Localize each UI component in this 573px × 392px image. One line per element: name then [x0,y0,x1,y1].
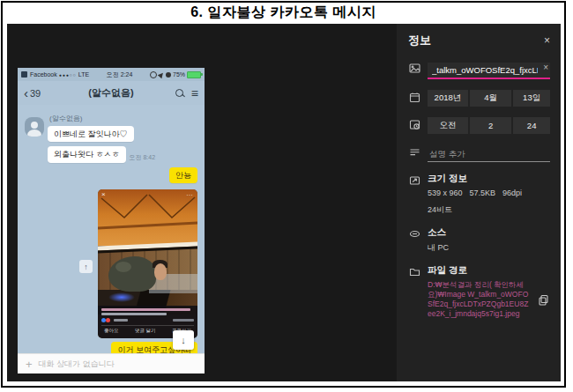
kakaotalk-screenshot-image: Facebook ●●●○○ LTE 오전 2:24 75% ‹ 39 [18,68,205,374]
source-value: 내 PC [428,242,550,254]
network-label: LTE [78,71,89,78]
person-face [154,263,167,280]
caption-line [101,313,167,315]
close-panel-button[interactable]: × [544,34,550,47]
file-size: 57.5KB [470,189,496,197]
more-icon: … [186,189,194,197]
time-picker: 오전 2 24 [428,117,550,134]
time-minute-segment[interactable]: 24 [513,117,550,134]
signal-dots-icon: ●●●○○ [59,72,77,78]
clear-filename-icon[interactable]: × [543,63,548,72]
report-frame: 6. 일자불상 카카오톡 메시지 Facebook ●●●○○ LTE 오전 2… [1,1,566,388]
copy-path-button[interactable] [538,280,550,319]
photo-message: ↑ × … [98,189,197,338]
love-reaction-icon [106,318,110,322]
chat-input-placeholder: 대화 상대가 없습니다 [39,359,115,370]
message-timestamp: 오전 8:42 [130,153,156,163]
color-depth: 24비트 [428,204,452,216]
message-bubble: 이쁘네로 잘잇나아♡ [48,126,134,142]
size-section-label: 크기 정보 [428,173,550,185]
blue-light [108,292,135,302]
status-app-label: Facebook [30,71,57,78]
rotation-lock-icon [150,71,157,78]
description-input[interactable] [428,146,550,162]
ceiling-beams [98,189,197,246]
location-arrow-icon [158,70,165,78]
description-icon [408,144,420,162]
time-meridiem-segment[interactable]: 오전 [428,117,468,134]
date-picker: 2018년 4월 13일 [428,90,550,107]
date-year-segment[interactable]: 2018년 [428,90,468,107]
message-bubble: 외출나왓다 ㅎㅅㅎ [48,146,126,162]
unread-count: 39 [30,88,41,99]
source-icon [408,226,420,254]
facebook-post-photo: × … [98,189,197,338]
clock-icon [408,117,420,134]
menu-icon: ≡ [191,87,198,100]
do-not-disturb-icon [166,72,171,78]
photo-ceiling [98,189,197,246]
path-section-label: 파일 경로 [428,264,550,277]
scroll-to-bottom-button: ↓ [173,330,194,350]
close-icon: × [101,190,106,198]
date-month-segment[interactable]: 4월 [470,90,511,107]
page-title: 6. 일자불상 카카오톡 메시지 [3,3,564,23]
image-dpi: 96dpi [502,189,522,197]
sender-name: (알수없음) [49,114,82,123]
back-chevron-icon: ‹ [24,86,28,100]
battery-icon [187,71,201,78]
date-day-segment[interactable]: 13일 [513,90,550,107]
filename-input[interactable] [428,63,550,79]
status-clock: 오전 2:24 [107,70,133,79]
phone-status-bar: Facebook ●●●○○ LTE 오전 2:24 75% [18,68,205,81]
info-panel-title: 정보 [408,33,431,48]
battery-percent: 75% [173,71,185,78]
info-panel: 정보 × × 2018년 4월 13일 [397,24,561,381]
person-figure [108,256,156,292]
search-icon [175,89,183,97]
chat-area: (알수없음) 이쁘네로 잘잇나아♡ 외출나왓다 ㅎㅅㅎ 오전 8:42 안뇽 [18,105,205,353]
size-info-icon [408,173,420,216]
photos-app-window: Facebook ●●●○○ LTE 오전 2:24 75% ‹ 39 [7,24,561,381]
attach-plus-icon: + [26,359,33,370]
avatar [25,117,44,137]
source-section-label: 소스 [428,226,550,239]
caption-line [101,308,190,311]
folder-icon [408,264,420,319]
reaction-count [114,319,128,322]
share-icon: ↑ [79,260,93,273]
back-button: ‹ 39 [24,86,41,100]
fb-comment-button: 댓글 달기 [135,328,156,334]
chat-input-bar: + 대화 상대가 없습니다 [18,353,205,374]
message-bubble: 안뇽 [169,167,197,183]
comment-count [173,319,194,322]
photo-viewer-canvas: Facebook ●●●○○ LTE 오전 2:24 75% ‹ 39 [7,24,397,381]
image-icon [408,61,420,79]
chat-nav-bar: ‹ 39 (알수없음) ≡ [18,81,205,105]
file-path-link[interactable]: D:₩분석결과 정리( 확인하세요)₩Image W_talkm_oWOFOSf… [428,280,532,319]
calendar-icon [408,90,420,107]
time-hour-segment[interactable]: 2 [470,117,511,134]
fb-like-button: 좋아요 [104,328,119,334]
image-dimensions: 539 x 960 [428,189,463,197]
facebook-app-icon [21,71,27,78]
